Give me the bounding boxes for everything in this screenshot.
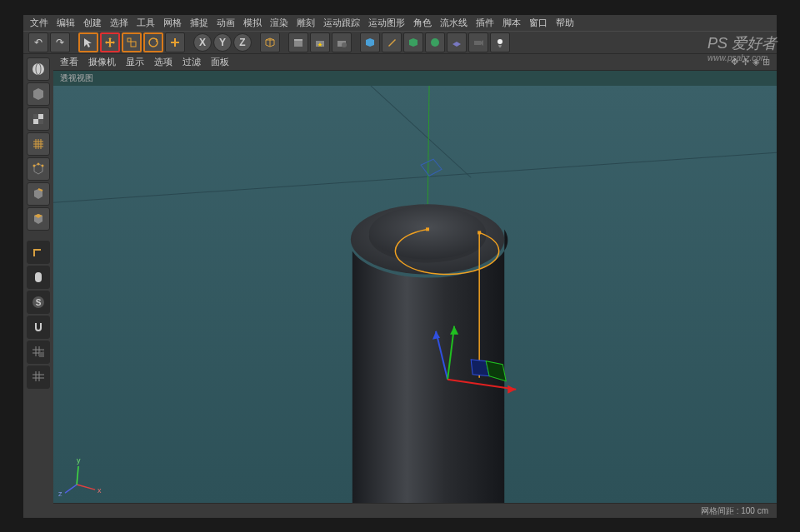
redo-button[interactable]: ↷ <box>50 32 70 52</box>
watermark-main: PS 爱好者 <box>708 33 777 53</box>
menu-edit[interactable]: 编辑 <box>57 17 75 29</box>
axis-lock-button[interactable] <box>27 241 50 264</box>
last-tool-button[interactable] <box>165 32 185 52</box>
menu-sim[interactable]: 模拟 <box>243 17 262 29</box>
generator-button[interactable] <box>403 32 423 52</box>
menu-window[interactable]: 窗口 <box>529 17 548 29</box>
svg-line-35 <box>77 466 78 485</box>
vp-menu-display[interactable]: 显示 <box>126 56 144 68</box>
undo-icon: ↶ <box>34 37 42 48</box>
menu-mesh[interactable]: 网格 <box>163 17 182 29</box>
coord-system-button[interactable] <box>260 32 280 52</box>
mouse-icon <box>31 270 46 285</box>
cube-icon <box>264 37 276 48</box>
menu-render[interactable]: 渲染 <box>270 17 288 29</box>
menu-create[interactable]: 创建 <box>83 17 102 29</box>
clapboard-gear-icon <box>336 37 348 48</box>
vp-menu-camera[interactable]: 摄像机 <box>88 56 116 68</box>
content-area: S 查看 摄像机 显示 选项 过滤 面板 ✥ ✢ ◈ ⊞ <box>23 54 777 518</box>
watermark: PS 爱好者 www.psahz.com <box>708 33 777 62</box>
z-label: Z <box>239 37 245 48</box>
x-axis-toggle[interactable]: X <box>193 33 212 52</box>
svg-rect-22 <box>39 353 44 357</box>
svg-line-34 <box>77 485 95 490</box>
menu-sculpt[interactable]: 雕刻 <box>297 17 315 29</box>
scene-render: x y z <box>53 86 777 503</box>
menu-anim[interactable]: 动画 <box>217 17 235 29</box>
snap-button[interactable]: S <box>27 291 50 314</box>
menu-snap[interactable]: 捕捉 <box>190 17 208 29</box>
menu-script[interactable]: 脚本 <box>502 17 521 29</box>
environment-button[interactable] <box>447 32 467 52</box>
viewport-title: 透视视图 <box>53 71 777 86</box>
light-icon <box>494 37 506 48</box>
globe-icon <box>31 62 46 77</box>
menu-tool[interactable]: 工具 <box>137 17 155 29</box>
clapboard-icon <box>292 37 304 48</box>
svg-point-2 <box>149 38 158 47</box>
scale-icon <box>126 37 138 48</box>
menu-select[interactable]: 选择 <box>110 17 128 29</box>
vp-menu-panel[interactable]: 面板 <box>211 56 229 68</box>
render-settings-button[interactable] <box>332 32 352 52</box>
texture-mode-button[interactable] <box>27 107 50 131</box>
y-axis-toggle[interactable]: Y <box>213 33 232 52</box>
svg-line-25 <box>428 86 429 219</box>
floor-icon <box>451 37 462 48</box>
rotate-tool-button[interactable] <box>143 32 163 52</box>
checker-icon <box>31 112 46 127</box>
pen-icon <box>386 37 398 48</box>
cube-points-icon <box>31 162 46 177</box>
vp-menu-options[interactable]: 选项 <box>154 56 172 68</box>
clapboard-star-icon <box>314 37 326 48</box>
move-tool-button[interactable] <box>100 32 120 52</box>
workplane-mode-button[interactable] <box>27 365 50 389</box>
point-mode-button[interactable] <box>27 157 50 181</box>
redo-icon: ↷ <box>56 37 64 48</box>
make-editable-button[interactable] <box>27 57 50 81</box>
s-badge-icon: S <box>31 295 46 310</box>
undo-button[interactable]: ↶ <box>28 32 48 52</box>
menu-help[interactable]: 帮助 <box>556 17 574 29</box>
world-axis-x: x <box>98 486 102 495</box>
svg-point-18 <box>33 164 36 167</box>
axis-icon <box>31 245 46 260</box>
deformer-button[interactable] <box>425 32 445 52</box>
menu-char[interactable]: 角色 <box>413 17 432 29</box>
viewport-title-label: 透视视图 <box>60 72 93 84</box>
vp-menu-filter[interactable]: 过滤 <box>182 56 201 68</box>
model-mode-button[interactable] <box>27 82 50 106</box>
render-view-button[interactable] <box>288 32 308 52</box>
svg-text:S: S <box>36 298 42 307</box>
spline-button[interactable] <box>382 32 402 52</box>
perspective-viewport[interactable]: x y z <box>53 86 777 503</box>
scale-tool-button[interactable] <box>122 32 142 52</box>
lock-workplane-button[interactable] <box>27 341 50 364</box>
menu-mograph[interactable]: 运动图形 <box>368 17 405 29</box>
menu-file[interactable]: 文件 <box>30 17 48 29</box>
viewport-panel: 查看 摄像机 显示 选项 过滤 面板 ✥ ✢ ◈ ⊞ 透视视图 <box>53 54 777 518</box>
main-toolbar: ↶ ↷ X Y Z <box>23 31 777 54</box>
menu-motrack[interactable]: 运动跟踪 <box>323 17 360 29</box>
svg-rect-12 <box>33 114 38 119</box>
plus-icon <box>169 37 181 48</box>
menu-plugin[interactable]: 插件 <box>476 17 494 29</box>
tweak-button[interactable] <box>27 266 50 289</box>
menu-pipeline[interactable]: 流水线 <box>440 17 468 29</box>
vp-menu-view[interactable]: 查看 <box>60 56 78 68</box>
svg-rect-13 <box>38 114 43 119</box>
z-axis-toggle[interactable]: Z <box>233 33 252 52</box>
svg-point-7 <box>431 38 439 47</box>
workplane-button[interactable] <box>27 132 50 156</box>
camera-button[interactable] <box>468 32 488 52</box>
render-picture-button[interactable] <box>310 32 330 52</box>
svg-rect-0 <box>128 38 131 42</box>
poly-mode-button[interactable] <box>27 207 50 231</box>
select-tool-button[interactable] <box>78 32 98 52</box>
svg-line-23 <box>53 152 777 202</box>
primitive-button[interactable] <box>360 32 380 52</box>
y-label: Y <box>219 37 226 48</box>
edge-mode-button[interactable] <box>27 182 50 206</box>
magnet-button[interactable] <box>27 316 50 339</box>
light-button[interactable] <box>490 32 510 52</box>
